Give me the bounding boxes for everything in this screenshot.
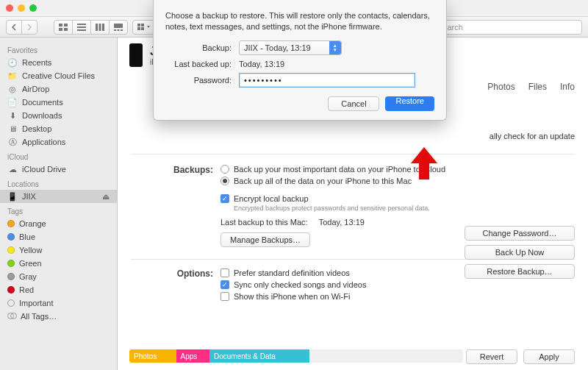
svg-rect-11 — [114, 29, 116, 31]
backup-icloud-radio-row[interactable]: Back up your most important data on your… — [220, 163, 573, 175]
sidebar-header-favorites: Favorites — [0, 42, 117, 56]
forward-button[interactable] — [21, 20, 37, 35]
backup-now-button[interactable]: Back Up Now — [465, 245, 575, 260]
dialog-message: Choose a backup to restore. This will re… — [165, 10, 434, 33]
svg-rect-9 — [102, 24, 104, 31]
backup-action-buttons: Change Password… Back Up Now Restore Bac… — [465, 226, 575, 279]
sidebar-item-airdrop[interactable]: ◎AirDrop — [0, 82, 117, 96]
update-text-fragment: ally check for an update — [118, 132, 588, 140]
content-tabs: Photos Files Info — [487, 82, 575, 92]
gallery-view-button[interactable] — [109, 20, 128, 35]
device-image — [129, 43, 143, 67]
minimize-window-icon[interactable] — [18, 4, 25, 12]
sidebar-item-creative-cloud[interactable]: 📁Creative Cloud Files — [0, 69, 117, 82]
last-backed-up-value: Today, 13:19 — [239, 60, 284, 68]
tab-photos[interactable]: Photos — [487, 82, 514, 92]
storage-seg-docs: Documents & Data — [209, 349, 309, 363]
svg-rect-15 — [141, 24, 144, 26]
eject-icon[interactable]: ⏏ — [102, 192, 110, 202]
checkbox-icon — [220, 280, 229, 289]
storage-seg-apps: Apps — [176, 349, 209, 363]
apply-button[interactable]: Apply — [523, 349, 575, 364]
tab-files[interactable]: Files — [528, 82, 547, 92]
phone-icon: 📱 — [7, 192, 18, 202]
tag-dot-icon — [7, 246, 15, 254]
close-window-icon[interactable] — [6, 4, 13, 12]
tag-dot-icon — [7, 299, 15, 307]
column-view-button[interactable] — [90, 20, 110, 35]
airdrop-icon: ◎ — [7, 85, 18, 94]
storage-bar: Photos Apps Documents & Data — [129, 349, 463, 363]
doc-icon: 📄 — [7, 98, 18, 107]
tag-dot-icon — [7, 273, 15, 280]
sidebar-tag-blue[interactable]: Blue — [0, 230, 117, 243]
radio-icon — [220, 165, 229, 174]
backup-mac-radio-row[interactable]: Back up all of the data on your iPhone t… — [220, 175, 573, 187]
sidebar-header-icloud: iCloud — [0, 149, 117, 163]
sidebar-tag-gray[interactable]: Gray — [0, 270, 117, 283]
nav-buttons — [6, 20, 37, 35]
manage-backups-button[interactable]: Manage Backups… — [220, 232, 310, 247]
sidebar-item-recents[interactable]: 🕘Recents — [0, 56, 117, 69]
restore-backup-dialog: Choose a backup to restore. This will re… — [153, 0, 447, 121]
view-buttons — [54, 20, 128, 35]
sidebar-item-downloads[interactable]: ⬇Downloads — [0, 109, 117, 122]
back-button[interactable] — [6, 20, 22, 35]
restore-backup-button[interactable]: Restore Backup… — [465, 264, 575, 279]
tag-dot-icon — [7, 233, 15, 241]
encrypt-note: Encrypted backups protect passwords and … — [234, 204, 573, 212]
storage-seg-free — [309, 349, 463, 363]
sidebar-header-locations: Locations — [0, 176, 117, 190]
encrypt-checkbox-row[interactable]: Encrypt local backup — [220, 193, 573, 204]
chevron-updown-icon: ▴▾ — [329, 41, 341, 54]
sidebar-item-applications[interactable]: ⒶApplications — [0, 135, 117, 149]
sidebar-tag-red[interactable]: Red — [0, 283, 117, 296]
sidebar-item-desktop[interactable]: 🖥Desktop — [0, 122, 117, 135]
cancel-button[interactable]: Cancel — [328, 96, 379, 111]
password-input[interactable] — [239, 73, 415, 88]
apps-icon: Ⓐ — [7, 137, 18, 148]
svg-rect-3 — [64, 28, 68, 31]
backup-dropdown-value: JIIX - Today, 13:19 — [244, 43, 311, 52]
svg-rect-14 — [137, 24, 140, 26]
revert-button[interactable]: Revert — [466, 349, 517, 364]
backup-dropdown[interactable]: JIIX - Today, 13:19 ▴▾ — [239, 40, 342, 55]
cloud-icon: ☁ — [7, 165, 18, 174]
option-wifi-row[interactable]: Show this iPhone when on Wi-Fi — [220, 291, 573, 302]
checkbox-icon — [220, 268, 229, 277]
svg-rect-12 — [118, 29, 120, 31]
clock-icon: 🕘 — [7, 58, 18, 68]
download-icon: ⬇ — [7, 111, 18, 121]
backup-dropdown-label: Backup: — [165, 43, 239, 52]
tag-dot-icon — [7, 220, 15, 227]
svg-rect-6 — [77, 29, 86, 31]
svg-rect-17 — [141, 27, 144, 30]
option-sync-row[interactable]: Sync only checked songs and videos — [220, 279, 573, 291]
desktop-icon: 🖥 — [7, 124, 18, 133]
svg-rect-13 — [121, 29, 123, 31]
sidebar-tag-yellow[interactable]: Yellow — [0, 243, 117, 257]
tab-info[interactable]: Info — [560, 82, 575, 92]
sidebar-tag-orange[interactable]: Orange — [0, 217, 117, 230]
svg-rect-16 — [137, 27, 140, 30]
sidebar-item-device[interactable]: 📱JIIX⏏ — [0, 190, 117, 203]
change-password-button[interactable]: Change Password… — [465, 226, 575, 241]
sidebar-header-tags: Tags — [0, 203, 117, 217]
checkbox-icon — [220, 194, 229, 203]
sidebar-tag-green[interactable]: Green — [0, 257, 117, 270]
list-view-button[interactable] — [72, 20, 91, 35]
sidebar-item-icloud-drive[interactable]: ☁iCloud Drive — [0, 163, 117, 176]
restore-button[interactable]: Restore — [385, 96, 434, 111]
svg-rect-7 — [96, 24, 98, 31]
traffic-lights — [6, 4, 37, 12]
sidebar-tag-important[interactable]: Important — [0, 296, 117, 310]
svg-rect-2 — [59, 28, 62, 31]
zoom-window-icon[interactable] — [29, 4, 37, 12]
sidebar-item-documents[interactable]: 📄Documents — [0, 96, 117, 109]
icon-view-button[interactable] — [54, 20, 73, 35]
password-label: Password: — [165, 76, 239, 85]
sidebar: Favorites 🕘Recents 📁Creative Cloud Files… — [0, 38, 118, 370]
svg-rect-0 — [59, 24, 62, 26]
sidebar-all-tags[interactable]: All Tags… — [0, 310, 117, 323]
tag-dot-icon — [7, 260, 15, 267]
